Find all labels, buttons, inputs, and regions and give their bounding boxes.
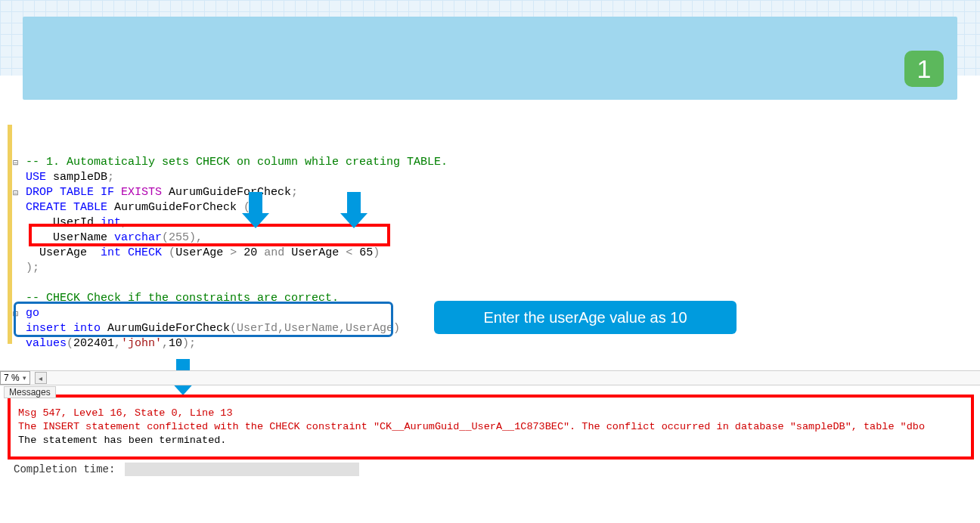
scroll-left-button[interactable]: ◂ <box>35 372 47 384</box>
sql-ident: AurumGuideForCheck <box>169 186 291 199</box>
highlight-insert-statement <box>14 302 393 337</box>
header-banner: 1 <box>23 17 957 100</box>
chevron-down-icon: ▾ <box>23 374 26 382</box>
sql-op: < <box>339 246 359 259</box>
sql-string: 'john' <box>121 337 162 350</box>
step-badge: 1 <box>904 51 944 87</box>
sql-num: 10 <box>169 337 182 350</box>
sql-punct: ) <box>373 246 380 259</box>
sql-kw-exists: EXISTS <box>121 186 162 199</box>
sql-kw-values: values <box>26 337 67 350</box>
error-line-header: Msg 547, Level 16, State 0, Line 13 <box>18 407 963 420</box>
sql-punct: ( <box>169 246 175 259</box>
sql-kw-use: USE <box>26 171 46 184</box>
sql-col: UserAge <box>175 246 223 259</box>
sql-kw-create: CREATE TABLE <box>26 201 107 214</box>
messages-tab[interactable]: Messages <box>4 386 56 398</box>
sql-comment: -- 1. Automatically sets CHECK on column… <box>26 156 448 169</box>
sql-kw-and: and <box>257 246 291 259</box>
callout-text: Enter the userAge value as 10 <box>483 309 687 326</box>
messages-tab-label: Messages <box>9 387 51 398</box>
sql-punct: ( <box>67 337 73 350</box>
error-line-detail: The INSERT statement conflicted with the… <box>18 420 963 434</box>
sql-kw-drop: DROP TABLE IF <box>26 186 114 199</box>
sql-op: > <box>223 246 243 259</box>
collapse-marker-icon[interactable]: ⊟ <box>13 185 18 200</box>
sql-col: UserAge <box>39 246 87 259</box>
step-number: 1 <box>917 54 932 84</box>
sql-punct: , <box>114 337 121 350</box>
sql-type: int <box>101 246 121 259</box>
sql-num: 20 <box>243 246 257 259</box>
zoom-value: 7 % <box>4 373 20 383</box>
sql-ident: sampleDB <box>53 171 107 184</box>
completion-time-value <box>125 463 359 476</box>
sql-punct: ); <box>182 337 196 350</box>
callout-annotation: Enter the userAge value as 10 <box>434 301 737 334</box>
sql-col: UserAge <box>291 246 339 259</box>
completion-time-row: Completion time: <box>14 463 359 476</box>
sql-punct: , <box>162 337 169 350</box>
zoom-level-dropdown[interactable]: 7 % ▾ <box>0 371 30 385</box>
sql-num: 202401 <box>73 337 114 350</box>
sql-ident: AurumGuideForCheck <box>114 201 237 214</box>
sql-punct: ); <box>26 262 39 274</box>
completion-time-label: Completion time: <box>14 463 115 475</box>
collapse-marker-icon[interactable]: ⊟ <box>13 155 18 170</box>
highlight-check-constraint <box>29 224 390 246</box>
sql-kw-check: CHECK <box>128 246 162 259</box>
error-output-panel: Msg 547, Level 16, State 0, Line 13 The … <box>8 395 974 460</box>
error-line-terminated: The statement has been terminated. <box>18 434 963 447</box>
sql-num: 65 <box>359 246 373 259</box>
editor-footer-row: 7 % ▾ ◂ <box>0 370 980 385</box>
change-indicator-bar <box>8 125 12 344</box>
